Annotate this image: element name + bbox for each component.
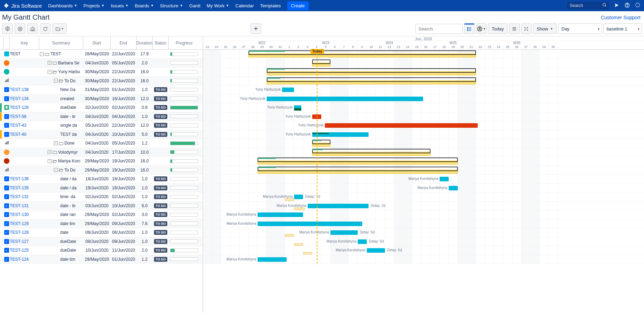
gantt-summary-bar[interactable] <box>258 158 458 162</box>
grid-row[interactable]: −To Do29/May/202019/Jun/202016.0 <box>0 166 203 175</box>
nav-item-projects[interactable]: Projects▼ <box>84 3 105 8</box>
issue-key-link[interactable]: TEST-130 <box>10 210 39 219</box>
expand-toggle[interactable]: − <box>48 70 51 74</box>
grid-row[interactable]: ✓TEST-131date - tir03/Jun/202010/Jun/202… <box>0 202 203 211</box>
nav-item-boards[interactable]: Boards▼ <box>135 3 154 8</box>
col-header-status[interactable]: Status <box>153 36 169 49</box>
gantt-task-bar[interactable] <box>267 97 423 101</box>
today-button[interactable]: Today <box>488 23 508 34</box>
issue-key-link[interactable] <box>10 148 39 157</box>
grid-row[interactable]: ✓TEST-135date / da19/Jun/202019/Jun/2020… <box>0 184 203 193</box>
issue-key-link[interactable]: TEST-129 <box>10 219 39 228</box>
col-header-start[interactable]: Start <box>83 36 111 49</box>
create-button[interactable]: Create <box>287 1 309 10</box>
grid-row[interactable]: +Done04/Jun/202005/Jun/20201.2 <box>0 139 203 148</box>
help-icon[interactable] <box>624 2 630 9</box>
issue-key-link[interactable] <box>10 68 39 76</box>
issue-key-link[interactable] <box>10 157 39 166</box>
grid-row[interactable]: ✓TEST-136date / da18/Jun/202018/Jun/2020… <box>0 175 203 184</box>
customer-support-link[interactable]: Customer Support <box>601 15 640 20</box>
col-header-progress[interactable]: Progress <box>169 36 200 49</box>
gantt-task-bar[interactable] <box>358 239 367 244</box>
dependencies-button[interactable] <box>521 23 532 34</box>
grid-row[interactable]: ✓TEST-128date06/Jun/202008/Jun/20201.0TO… <box>0 228 203 237</box>
issue-key-link[interactable]: TEST-128 <box>10 228 39 237</box>
issue-key-link[interactable]: TEST-43 <box>10 121 39 130</box>
product-logo[interactable]: Jira Software <box>4 3 42 9</box>
grid-row[interactable]: ✓TEST-138New Ga31/May/202001/Jun/20201.0… <box>0 85 203 94</box>
grid-row[interactable]: ✓TEST-43single da05/Jun/202022/Jun/20201… <box>0 121 203 130</box>
close-button[interactable] <box>15 23 25 34</box>
issue-key-link[interactable]: TEST-135 <box>10 184 39 192</box>
gantt-summary-bar[interactable] <box>267 68 476 73</box>
gantt-task-bar[interactable] <box>258 257 287 262</box>
issue-key-link[interactable]: TEST-134 <box>10 94 39 103</box>
grid-row[interactable]: −Mariya Korc29/May/202019/Jun/202016.0 <box>0 157 203 166</box>
show-menu-button[interactable]: Show▼ <box>533 23 557 34</box>
expand-toggle[interactable]: + <box>54 141 58 145</box>
baseline-select[interactable]: baseline 1 <box>603 23 642 34</box>
gantt-summary-bar[interactable] <box>258 167 458 171</box>
issue-key-link[interactable]: TEST-40 <box>10 130 39 139</box>
expand-toggle[interactable]: − <box>48 159 51 163</box>
issue-key-link[interactable]: TEST-126 <box>10 103 39 112</box>
grid-row[interactable]: ✓TEST-125dueDate10/Jun/202011/Jun/20202.… <box>0 246 203 255</box>
gantt-summary-bar[interactable] <box>312 59 330 64</box>
issue-key-link[interactable]: TEST <box>10 50 39 58</box>
gantt-task-bar[interactable] <box>325 123 478 128</box>
issue-key-link[interactable]: TEST-136 <box>10 175 39 183</box>
issue-key-link[interactable]: TEST-132 <box>10 192 39 201</box>
notifications-icon[interactable] <box>614 2 620 9</box>
gantt-task-bar[interactable] <box>282 88 294 92</box>
grid-row[interactable]: ✓TEST-40TEST da04/Jun/202010/Jun/20205.0… <box>0 130 203 139</box>
gantt-task-bar[interactable] <box>330 230 358 235</box>
grid-row[interactable]: ✓TEST-127dueDate09/Jun/202009/Jun/20201.… <box>0 237 203 246</box>
expand-toggle[interactable]: + <box>48 150 51 154</box>
grid-row[interactable]: −Yuriy Harbu30/May/202022/Jun/202016.0 <box>0 68 203 77</box>
gantt-chart[interactable]: Jun, 2020 W22W23W24W25W26 23242526272829… <box>203 36 644 313</box>
issue-key-link[interactable]: TEST-138 <box>10 85 39 94</box>
grid-row[interactable]: ✓TEST-129date tim29/May/202009/Jun/20207… <box>0 219 203 229</box>
issue-key-link[interactable]: TEST-124 <box>10 255 39 264</box>
grid-row[interactable]: +Volodymyr04/Jun/202017/Jun/202010.0 <box>0 148 203 157</box>
gantt-settings-button[interactable] <box>2 23 13 34</box>
reload-button[interactable] <box>40 23 50 34</box>
nav-item-issues[interactable]: Issues▼ <box>111 3 128 8</box>
grid-row[interactable]: ✓TEST-134created30/May/202016/Jun/202012… <box>0 94 203 104</box>
grid-row[interactable]: −To Do30/May/202022/Jun/202016.0 <box>0 77 203 86</box>
gantt-summary-bar[interactable] <box>312 149 430 153</box>
grid-row[interactable]: ✓TEST-130date ran29/May/202002/Jun/20203… <box>0 210 203 219</box>
grid-row[interactable]: ✓TEST-132time- da02/Jun/202002/Jun/20201… <box>0 192 203 202</box>
issue-key-link[interactable] <box>10 139 39 148</box>
col-header-end[interactable]: End <box>111 36 136 49</box>
gantt-search-input[interactable] <box>415 24 463 34</box>
add-button[interactable]: + <box>251 23 261 34</box>
issue-key-link[interactable]: TEST-131 <box>10 202 39 210</box>
user-filter-button[interactable]: ▼ <box>476 23 486 34</box>
grid-row[interactable]: ✓TEST-124date tim29/May/202001/Jun/20201… <box>0 255 203 264</box>
nav-item-my-work[interactable]: My Work▼ <box>207 3 229 8</box>
expand-toggle[interactable]: − <box>40 52 44 56</box>
issue-key-link[interactable]: TEST-58 <box>10 112 39 121</box>
zoom-select[interactable]: Day <box>558 23 602 34</box>
gantt-task-bar[interactable] <box>449 186 458 190</box>
expand-toggle[interactable]: − <box>54 79 58 83</box>
folder-menu-button[interactable]: ▼ <box>52 23 66 34</box>
nav-item-calendar[interactable]: Calendar <box>236 3 254 8</box>
issue-key-link[interactable] <box>10 77 39 85</box>
gantt-task-bar[interactable] <box>440 177 449 181</box>
view-mode-button[interactable] <box>509 23 520 34</box>
gantt-task-bar[interactable] <box>258 222 362 226</box>
expand-toggle[interactable]: − <box>54 168 58 172</box>
issue-key-link[interactable] <box>10 166 39 175</box>
home-button[interactable] <box>27 23 38 34</box>
grid-row[interactable]: ✓TEST-58date - tir04/Jun/202004/Jun/2020… <box>0 112 203 121</box>
nav-item-gantt[interactable]: Gantt <box>189 3 201 8</box>
gantt-task-bar[interactable] <box>294 195 303 199</box>
issue-key-link[interactable]: TEST-125 <box>10 246 39 255</box>
nav-item-templates[interactable]: Templates <box>260 3 281 8</box>
list-view-button[interactable] <box>464 23 475 34</box>
issue-key-link[interactable]: TEST-127 <box>10 237 39 246</box>
col-header-summary[interactable]: Summary <box>39 36 83 49</box>
gantt-summary-bar[interactable] <box>267 77 476 82</box>
